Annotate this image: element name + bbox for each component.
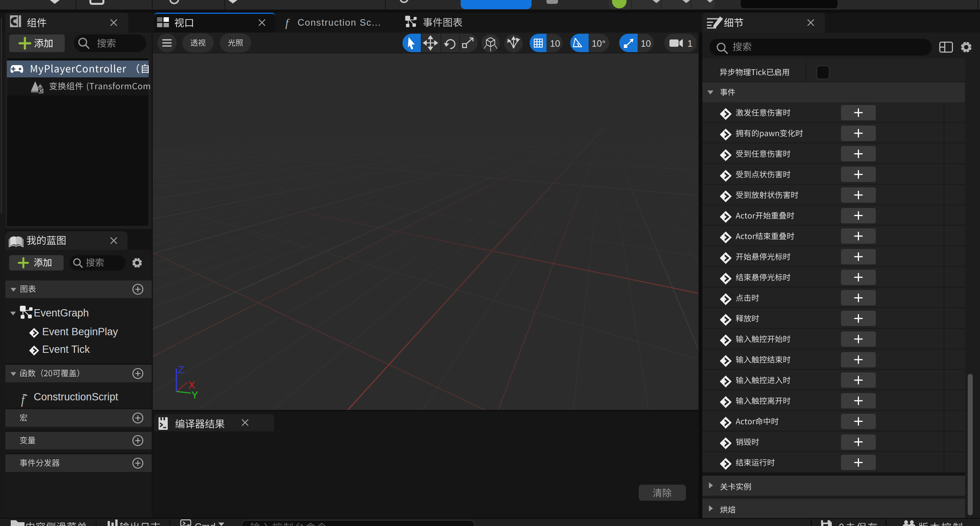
svg-text:f: f xyxy=(285,16,290,29)
svg-text:Y: Y xyxy=(191,389,198,401)
svg-text:f: f xyxy=(21,393,26,407)
svg-text:Z: Z xyxy=(178,364,184,375)
